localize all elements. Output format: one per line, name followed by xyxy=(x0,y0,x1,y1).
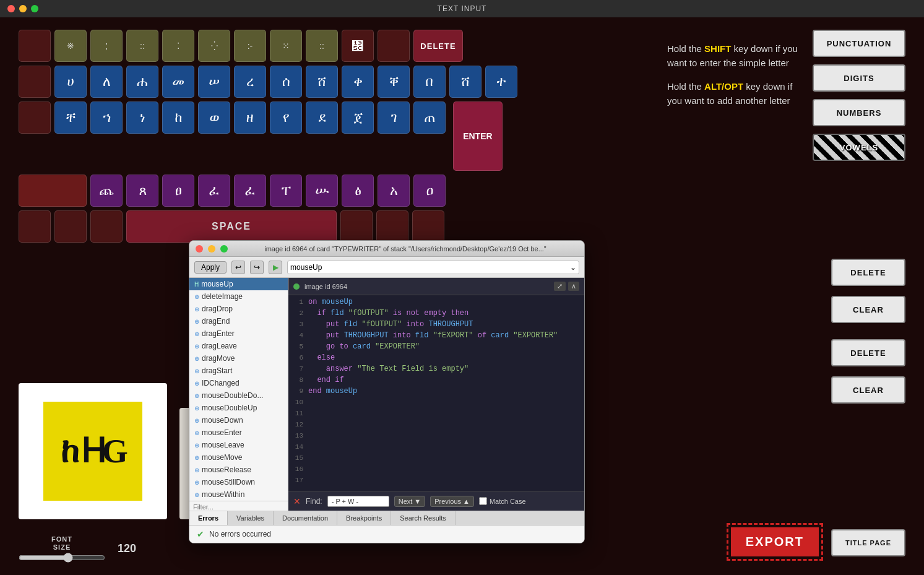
key-ja[interactable]: ጀ xyxy=(342,102,374,134)
key-fn-5[interactable] xyxy=(376,210,408,243)
numbers-button[interactable]: NUMBERS xyxy=(813,99,905,126)
event-select[interactable]: mouseUp ⌄ xyxy=(287,261,579,274)
punctuation-button[interactable]: PUNCTUATION xyxy=(813,30,905,57)
key-fn-1[interactable] xyxy=(19,210,51,243)
code-collapse-btn[interactable]: ∧ xyxy=(568,282,579,291)
tab-documentation[interactable]: Documentation xyxy=(274,511,337,525)
key-sa[interactable]: ሰ xyxy=(270,66,302,98)
clear-button-top[interactable]: CLEAR xyxy=(831,296,905,323)
apply-button[interactable]: Apply xyxy=(194,261,227,274)
key-ta[interactable]: ተ xyxy=(485,66,517,98)
key-fn-4[interactable] xyxy=(340,210,373,243)
key-sym-5[interactable]: ⁛ xyxy=(198,30,230,62)
key-sym-8[interactable]: :: xyxy=(306,30,338,62)
zoom-button[interactable] xyxy=(31,5,38,12)
key-tza[interactable]: ጸ xyxy=(126,175,158,207)
key-fn-6[interactable] xyxy=(412,210,444,243)
key-ka[interactable]: ከ xyxy=(162,102,194,134)
handler-dragLeave[interactable]: ⊕ dragLeave xyxy=(189,340,288,352)
key-fn-2[interactable] xyxy=(54,210,87,243)
filter-input[interactable] xyxy=(189,501,288,511)
title-page-button[interactable]: TITLE PAGE xyxy=(831,529,905,556)
key-na[interactable]: ነ xyxy=(126,102,158,134)
handler-mouseRelease[interactable]: ⊕ mouseRelease xyxy=(189,464,288,476)
find-prev-button[interactable]: Previous ▲ xyxy=(430,496,474,507)
space-key[interactable]: SPACE xyxy=(126,210,337,243)
handler-mouseDoubleUp[interactable]: ⊕ mouseDoubleUp xyxy=(189,402,288,414)
export-button[interactable]: EXPORT xyxy=(731,527,819,556)
redo-button[interactable]: ↪ xyxy=(250,261,264,274)
key-ra[interactable]: ረ xyxy=(234,66,266,98)
handler-mouseEnter[interactable]: ⊕ mouseEnter xyxy=(189,426,288,439)
key-fn-3[interactable] xyxy=(90,210,123,243)
handler-IDChanged[interactable]: ⊕ IDChanged xyxy=(189,377,288,389)
handler-mouseStillDown[interactable]: ⊕ mouseStillDown xyxy=(189,476,288,488)
find-input[interactable] xyxy=(327,496,389,507)
key-nha[interactable]: ኀ xyxy=(90,102,123,134)
vowels-button[interactable]: VOWELS xyxy=(813,134,905,161)
enter-key[interactable]: ENTER xyxy=(453,102,503,171)
key-sym-1[interactable]: ※ xyxy=(54,30,87,62)
key-alef[interactable]: አ xyxy=(378,175,410,207)
handler-mouseDown[interactable]: ⊕ mouseDown xyxy=(189,414,288,426)
key-sym-3[interactable]: :: xyxy=(126,30,158,62)
modal-dialog[interactable]: image id 6964 of card "TYPEWRITER" of st… xyxy=(189,240,585,543)
delete-button-bottom[interactable]: DELETE xyxy=(831,339,905,366)
key-ethiopic-1[interactable]: ፜ xyxy=(342,30,374,62)
key-la[interactable]: ለ xyxy=(90,66,123,98)
key-sha2[interactable]: ሸ xyxy=(449,66,481,98)
handler-dragMove[interactable]: ⊕ dragMove xyxy=(189,352,288,365)
handler-mouseLeave[interactable]: ⊕ mouseLeave xyxy=(189,439,288,451)
key-tsa[interactable]: ፅ xyxy=(342,175,374,207)
key-wa[interactable]: ወ xyxy=(198,102,230,134)
match-case-label[interactable]: Match Case xyxy=(479,497,526,505)
key-ya[interactable]: የ xyxy=(270,102,302,134)
key-da[interactable]: ደ xyxy=(306,102,338,134)
modal-minimize[interactable] xyxy=(208,245,215,253)
digits-button[interactable]: DIGITS xyxy=(813,64,905,92)
key-za[interactable]: ዘ xyxy=(234,102,266,134)
key-qa[interactable]: ቀ xyxy=(342,66,374,98)
key-ma[interactable]: መ xyxy=(162,66,194,98)
key-pa[interactable]: ፐ xyxy=(270,175,302,207)
minimize-button[interactable] xyxy=(19,5,27,12)
key-special-1[interactable] xyxy=(19,30,51,62)
key-sym-7[interactable]: ⁙ xyxy=(270,30,302,62)
match-case-checkbox[interactable] xyxy=(479,497,487,505)
handler-dragEnd[interactable]: ⊕ dragEnd xyxy=(189,315,288,327)
code-content[interactable]: 1 on mouseUp 2 if fld "fOUTPUT" is not e… xyxy=(288,295,584,491)
key-shi2[interactable]: ሡ xyxy=(306,175,338,207)
key-sym-2[interactable]: : xyxy=(90,30,123,62)
modal-zoom[interactable] xyxy=(220,245,228,253)
key-sym-4[interactable]: ⁚ xyxy=(162,30,194,62)
play-button[interactable]: ▶ xyxy=(269,261,282,274)
tab-search-results[interactable]: Search Results xyxy=(391,511,456,525)
key-qha[interactable]: ቐ xyxy=(378,66,410,98)
delete-key-top[interactable]: DELETE xyxy=(413,30,463,62)
key-sha[interactable]: ሠ xyxy=(198,66,230,98)
key-dark-r3-1[interactable] xyxy=(19,102,51,134)
handler-mouseMove[interactable]: ⊕ mouseMove xyxy=(189,451,288,464)
handler-deleteImage[interactable]: ⊕ deleteImage xyxy=(189,290,288,303)
font-size-slider[interactable] xyxy=(19,553,105,563)
close-button[interactable] xyxy=(7,5,15,12)
key-ga[interactable]: ገ xyxy=(378,102,410,134)
key-dark-r2-1[interactable] xyxy=(19,66,51,98)
key-fa[interactable]: ፈ xyxy=(198,175,230,207)
delete-button-top[interactable]: DELETE xyxy=(831,259,905,286)
key-empty-1[interactable] xyxy=(378,30,410,62)
handler-dragDrop[interactable]: ⊕ dragDrop xyxy=(189,303,288,315)
tab-variables[interactable]: Variables xyxy=(228,511,274,525)
handler-mouseDoubleDown[interactable]: ⊕ mouseDoubleDo... xyxy=(189,389,288,402)
key-wide-1[interactable] xyxy=(19,175,87,207)
code-expand-btn[interactable]: ⤢ xyxy=(554,282,566,291)
handler-mouseUp[interactable]: H mouseUp xyxy=(189,278,288,290)
tab-errors[interactable]: Errors xyxy=(189,511,228,525)
key-tze[interactable]: ፀ xyxy=(162,175,194,207)
handler-dragStart[interactable]: ⊕ dragStart xyxy=(189,365,288,377)
key-ha[interactable]: ሀ xyxy=(54,66,87,98)
find-next-button[interactable]: Next ▼ xyxy=(394,496,426,507)
undo-button[interactable]: ↩ xyxy=(231,261,245,274)
key-fa2[interactable]: ፈ xyxy=(234,175,266,207)
handler-mouseWithin[interactable]: ⊕ mouseWithin xyxy=(189,488,288,501)
